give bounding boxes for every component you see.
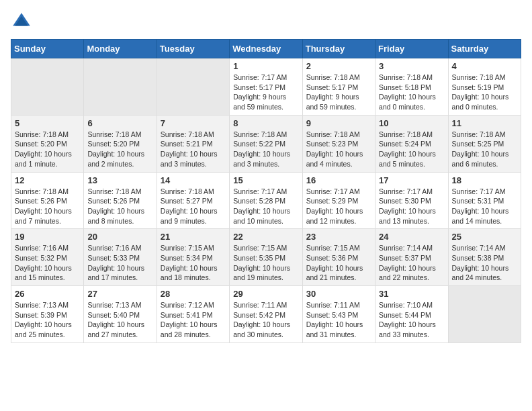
calendar-cell: 27Sunrise: 7:13 AMSunset: 5:40 PMDayligh…	[84, 286, 157, 343]
day-info: Sunrise: 7:15 AMSunset: 5:34 PMDaylight:…	[161, 243, 226, 283]
calendar-cell	[11, 58, 84, 116]
day-info: Sunrise: 7:18 AMSunset: 5:17 PMDaylight:…	[306, 73, 371, 112]
calendar-cell: 8Sunrise: 7:18 AMSunset: 5:22 PMDaylight…	[230, 115, 302, 172]
day-info: Sunrise: 7:14 AMSunset: 5:38 PMDaylight:…	[452, 243, 517, 283]
day-number: 25	[452, 232, 517, 242]
weekday-header-row: SundayMondayTuesdayWednesdayThursdayFrid…	[11, 40, 521, 58]
day-info: Sunrise: 7:18 AMSunset: 5:20 PMDaylight:…	[87, 130, 152, 169]
day-number: 29	[233, 289, 298, 299]
day-number: 4	[452, 61, 517, 71]
day-info: Sunrise: 7:17 AMSunset: 5:31 PMDaylight:…	[452, 187, 517, 226]
calendar-cell: 4Sunrise: 7:18 AMSunset: 5:19 PMDaylight…	[448, 58, 521, 116]
calendar-cell: 7Sunrise: 7:18 AMSunset: 5:21 PMDaylight…	[157, 115, 229, 172]
calendar-cell: 15Sunrise: 7:17 AMSunset: 5:28 PMDayligh…	[230, 172, 302, 229]
weekday-header-sunday: Sunday	[11, 40, 84, 58]
day-number: 19	[15, 232, 80, 242]
day-info: Sunrise: 7:13 AMSunset: 5:39 PMDaylight:…	[15, 300, 80, 340]
calendar-cell: 13Sunrise: 7:18 AMSunset: 5:26 PMDayligh…	[84, 172, 157, 229]
calendar-cell	[157, 58, 229, 116]
calendar-cell: 18Sunrise: 7:17 AMSunset: 5:31 PMDayligh…	[448, 172, 521, 229]
day-number: 1	[233, 61, 298, 71]
weekday-header-monday: Monday	[84, 40, 157, 58]
day-info: Sunrise: 7:11 AMSunset: 5:43 PMDaylight:…	[306, 300, 371, 340]
calendar-week-row: 5Sunrise: 7:18 AMSunset: 5:20 PMDaylight…	[11, 115, 521, 172]
calendar-cell: 14Sunrise: 7:18 AMSunset: 5:27 PMDayligh…	[157, 172, 229, 229]
day-number: 11	[452, 118, 517, 128]
day-number: 3	[379, 61, 444, 71]
calendar-cell: 30Sunrise: 7:11 AMSunset: 5:43 PMDayligh…	[302, 286, 375, 343]
day-info: Sunrise: 7:12 AMSunset: 5:41 PMDaylight:…	[161, 300, 226, 340]
day-info: Sunrise: 7:17 AMSunset: 5:29 PMDaylight:…	[306, 187, 371, 226]
day-info: Sunrise: 7:16 AMSunset: 5:32 PMDaylight:…	[15, 243, 80, 283]
weekday-header-thursday: Thursday	[302, 40, 375, 58]
calendar-cell: 9Sunrise: 7:18 AMSunset: 5:23 PMDaylight…	[302, 115, 375, 172]
day-info: Sunrise: 7:17 AMSunset: 5:17 PMDaylight:…	[233, 73, 298, 112]
logo	[11, 11, 36, 32]
day-info: Sunrise: 7:15 AMSunset: 5:36 PMDaylight:…	[306, 243, 371, 283]
calendar-cell: 5Sunrise: 7:18 AMSunset: 5:20 PMDaylight…	[11, 115, 84, 172]
weekday-header-tuesday: Tuesday	[157, 40, 229, 58]
day-number: 28	[161, 289, 226, 299]
calendar-cell	[448, 286, 521, 343]
day-number: 21	[161, 232, 226, 242]
calendar-cell: 20Sunrise: 7:16 AMSunset: 5:33 PMDayligh…	[84, 229, 157, 286]
calendar-cell: 26Sunrise: 7:13 AMSunset: 5:39 PMDayligh…	[11, 286, 84, 343]
calendar-cell: 29Sunrise: 7:11 AMSunset: 5:42 PMDayligh…	[230, 286, 302, 343]
calendar-week-row: 1Sunrise: 7:17 AMSunset: 5:17 PMDaylight…	[11, 58, 521, 116]
day-info: Sunrise: 7:16 AMSunset: 5:33 PMDaylight:…	[87, 243, 152, 283]
day-number: 20	[87, 232, 152, 242]
calendar-cell: 28Sunrise: 7:12 AMSunset: 5:41 PMDayligh…	[157, 286, 229, 343]
day-number: 17	[379, 175, 444, 185]
day-number: 8	[233, 118, 298, 128]
weekday-header-friday: Friday	[375, 40, 448, 58]
day-info: Sunrise: 7:10 AMSunset: 5:44 PMDaylight:…	[379, 300, 444, 340]
calendar-cell: 6Sunrise: 7:18 AMSunset: 5:20 PMDaylight…	[84, 115, 157, 172]
day-number: 18	[452, 175, 517, 185]
day-info: Sunrise: 7:11 AMSunset: 5:42 PMDaylight:…	[233, 300, 298, 340]
day-number: 22	[233, 232, 298, 242]
day-number: 2	[306, 61, 371, 71]
day-number: 27	[87, 289, 152, 299]
calendar-cell: 23Sunrise: 7:15 AMSunset: 5:36 PMDayligh…	[302, 229, 375, 286]
day-number: 16	[306, 175, 371, 185]
day-number: 24	[379, 232, 444, 242]
day-info: Sunrise: 7:18 AMSunset: 5:24 PMDaylight:…	[379, 130, 444, 169]
day-info: Sunrise: 7:18 AMSunset: 5:23 PMDaylight:…	[306, 130, 371, 169]
day-info: Sunrise: 7:18 AMSunset: 5:22 PMDaylight:…	[233, 130, 298, 169]
day-info: Sunrise: 7:18 AMSunset: 5:19 PMDaylight:…	[452, 73, 517, 112]
day-info: Sunrise: 7:18 AMSunset: 5:26 PMDaylight:…	[15, 187, 80, 226]
day-number: 12	[15, 175, 80, 185]
day-info: Sunrise: 7:18 AMSunset: 5:20 PMDaylight:…	[15, 130, 80, 169]
calendar-cell: 2Sunrise: 7:18 AMSunset: 5:17 PMDaylight…	[302, 58, 375, 116]
calendar-cell: 25Sunrise: 7:14 AMSunset: 5:38 PMDayligh…	[448, 229, 521, 286]
day-info: Sunrise: 7:18 AMSunset: 5:21 PMDaylight:…	[161, 130, 226, 169]
calendar-table: SundayMondayTuesdayWednesdayThursdayFrid…	[11, 39, 521, 343]
calendar-cell: 17Sunrise: 7:17 AMSunset: 5:30 PMDayligh…	[375, 172, 448, 229]
day-number: 31	[379, 289, 444, 299]
calendar-cell: 21Sunrise: 7:15 AMSunset: 5:34 PMDayligh…	[157, 229, 229, 286]
day-info: Sunrise: 7:13 AMSunset: 5:40 PMDaylight:…	[87, 300, 152, 340]
day-number: 6	[87, 118, 152, 128]
calendar-cell: 16Sunrise: 7:17 AMSunset: 5:29 PMDayligh…	[302, 172, 375, 229]
calendar-cell: 19Sunrise: 7:16 AMSunset: 5:32 PMDayligh…	[11, 229, 84, 286]
day-info: Sunrise: 7:18 AMSunset: 5:27 PMDaylight:…	[161, 187, 226, 226]
calendar-cell: 22Sunrise: 7:15 AMSunset: 5:35 PMDayligh…	[230, 229, 302, 286]
day-number: 10	[379, 118, 444, 128]
weekday-header-saturday: Saturday	[448, 40, 521, 58]
logo-icon	[11, 11, 32, 32]
day-info: Sunrise: 7:18 AMSunset: 5:25 PMDaylight:…	[452, 130, 517, 169]
day-number: 15	[233, 175, 298, 185]
day-number: 13	[87, 175, 152, 185]
calendar-cell: 12Sunrise: 7:18 AMSunset: 5:26 PMDayligh…	[11, 172, 84, 229]
day-number: 26	[15, 289, 80, 299]
header	[11, 11, 521, 32]
day-info: Sunrise: 7:17 AMSunset: 5:30 PMDaylight:…	[379, 187, 444, 226]
day-number: 9	[306, 118, 371, 128]
day-number: 23	[306, 232, 371, 242]
calendar-cell: 24Sunrise: 7:14 AMSunset: 5:37 PMDayligh…	[375, 229, 448, 286]
calendar-week-row: 12Sunrise: 7:18 AMSunset: 5:26 PMDayligh…	[11, 172, 521, 229]
calendar-cell: 1Sunrise: 7:17 AMSunset: 5:17 PMDaylight…	[230, 58, 302, 116]
day-info: Sunrise: 7:18 AMSunset: 5:26 PMDaylight:…	[87, 187, 152, 226]
calendar-cell: 3Sunrise: 7:18 AMSunset: 5:18 PMDaylight…	[375, 58, 448, 116]
day-info: Sunrise: 7:18 AMSunset: 5:18 PMDaylight:…	[379, 73, 444, 112]
